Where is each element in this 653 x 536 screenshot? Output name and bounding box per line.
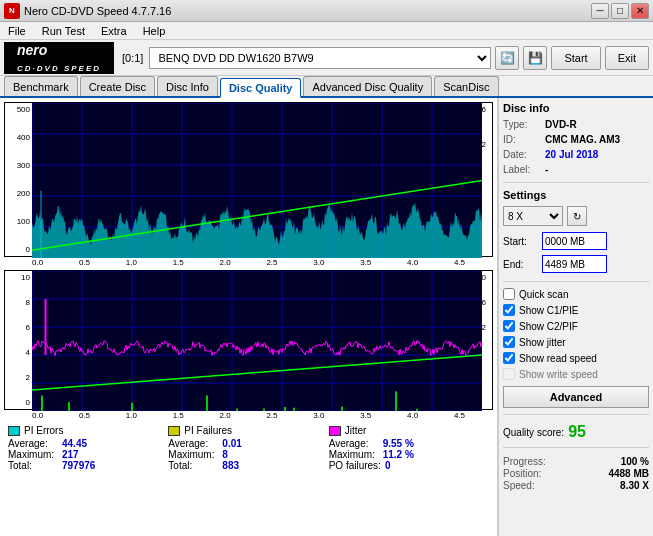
position-label: Position: [503, 468, 541, 479]
tab-benchmark[interactable]: Benchmark [4, 76, 78, 96]
tab-disc-info[interactable]: Disc Info [157, 76, 218, 96]
pi-errors-total-label: Total: [8, 460, 58, 471]
app-logo: neroCD·DVD SPEED [4, 42, 114, 74]
po-failures-label: PO failures: [329, 460, 381, 471]
pi-errors-avg-label: Average: [8, 438, 58, 449]
bottom-x-axis: 0.00.51.01.52.02.53.03.54.04.5 [4, 410, 493, 421]
charts-area: 5004003002001000 1612840 0.00.51.01.52.0… [0, 98, 498, 536]
jitter-label: Jitter [345, 425, 367, 436]
close-button[interactable]: ✕ [631, 3, 649, 19]
top-x-axis: 0.00.51.01.52.02.53.03.54.04.5 [4, 257, 493, 268]
show-write-speed-row: Show write speed [503, 368, 649, 380]
menu-help[interactable]: Help [139, 24, 170, 38]
show-jitter-checkbox[interactable] [503, 336, 515, 348]
start-input[interactable] [542, 232, 607, 250]
jitter-legend: Jitter Average: 9.55 % Maximum: 11.2 % P… [329, 425, 489, 471]
pi-errors-max: 217 [62, 449, 112, 460]
id-value: CMC MAG. AM3 [545, 134, 620, 145]
drive-selector[interactable]: BENQ DVD DD DW1620 B7W9 [149, 47, 491, 69]
show-read-speed-label: Show read speed [519, 353, 597, 364]
jitter-avg: 9.55 % [383, 438, 433, 449]
pi-failures-total: 883 [222, 460, 272, 471]
id-label: ID: [503, 134, 543, 145]
quick-scan-checkbox[interactable] [503, 288, 515, 300]
pi-errors-max-label: Maximum: [8, 449, 58, 460]
divider-3 [503, 414, 649, 415]
pi-errors-label: PI Errors [24, 425, 63, 436]
main-content: 5004003002001000 1612840 0.00.51.01.52.0… [0, 98, 653, 536]
show-write-speed-label: Show write speed [519, 369, 598, 380]
pi-failures-avg-label: Average: [168, 438, 218, 449]
progress-value: 100 % [621, 456, 649, 467]
speed-refresh-button[interactable]: ↻ [567, 206, 587, 226]
legend-area: PI Errors Average: 44.45 Maximum: 217 To… [4, 421, 493, 473]
show-c1-pie-row[interactable]: Show C1/PIE [503, 304, 649, 316]
pi-errors-total: 797976 [62, 460, 112, 471]
settings-title: Settings [503, 189, 649, 201]
start-row: Start: [503, 232, 649, 250]
tab-bar: Benchmark Create Disc Disc Info Disc Qua… [0, 76, 653, 98]
window-controls: ─ □ ✕ [591, 3, 649, 19]
top-y-axis-left: 5004003002001000 [4, 102, 32, 257]
end-row: End: [503, 255, 649, 273]
quality-score-row: Quality score: 95 [503, 423, 649, 441]
pi-errors-legend: PI Errors Average: 44.45 Maximum: 217 To… [8, 425, 168, 471]
bottom-y-axis-left: 1086420 [4, 270, 32, 410]
pi-errors-avg: 44.45 [62, 438, 112, 449]
pi-failures-max: 8 [222, 449, 272, 460]
position-value: 4488 MB [608, 468, 649, 479]
quick-scan-row[interactable]: Quick scan [503, 288, 649, 300]
menu-bar: File Run Test Extra Help [0, 22, 653, 40]
start-button[interactable]: Start [551, 46, 600, 70]
jitter-max: 11.2 % [383, 449, 433, 460]
pi-failures-label: PI Failures [184, 425, 232, 436]
pi-failures-color [168, 426, 180, 436]
minimize-button[interactable]: ─ [591, 3, 609, 19]
menu-file[interactable]: File [4, 24, 30, 38]
show-c2-pif-row[interactable]: Show C2/PIF [503, 320, 649, 332]
divider-4 [503, 447, 649, 448]
quality-score-value: 95 [568, 423, 586, 441]
show-read-speed-row[interactable]: Show read speed [503, 352, 649, 364]
toolbar: neroCD·DVD SPEED [0:1] BENQ DVD DD DW162… [0, 40, 653, 76]
maximize-button[interactable]: □ [611, 3, 629, 19]
show-read-speed-checkbox[interactable] [503, 352, 515, 364]
tab-disc-quality[interactable]: Disc Quality [220, 78, 302, 98]
tab-scan-disc[interactable]: ScanDisc [434, 76, 498, 96]
end-input[interactable] [542, 255, 607, 273]
speed-selector[interactable]: 8 X Maximum 4 X 2 X 1 X [503, 206, 563, 226]
pi-failures-total-label: Total: [168, 460, 218, 471]
po-failures-value: 0 [385, 460, 435, 471]
exit-button[interactable]: Exit [605, 46, 649, 70]
jitter-color [329, 426, 341, 436]
divider-2 [503, 281, 649, 282]
disc-label-value: - [545, 164, 548, 175]
drive-label: [0:1] [122, 52, 143, 64]
show-jitter-row[interactable]: Show jitter [503, 336, 649, 348]
menu-run-test[interactable]: Run Test [38, 24, 89, 38]
menu-extra[interactable]: Extra [97, 24, 131, 38]
right-panel: Disc info Type: DVD-R ID: CMC MAG. AM3 D… [498, 98, 653, 536]
divider-1 [503, 182, 649, 183]
progress-label: Progress: [503, 456, 546, 467]
quality-score-label: Quality score: [503, 427, 564, 438]
show-c1-pie-checkbox[interactable] [503, 304, 515, 316]
speed-label: Speed: [503, 480, 535, 491]
tab-advanced-disc-quality[interactable]: Advanced Disc Quality [303, 76, 432, 96]
disc-info-title: Disc info [503, 102, 649, 114]
type-value: DVD-R [545, 119, 577, 130]
type-label: Type: [503, 119, 543, 130]
pi-failures-avg: 0.01 [222, 438, 272, 449]
advanced-button[interactable]: Advanced [503, 386, 649, 408]
progress-section: Progress: 100 % Position: 4488 MB Speed:… [503, 456, 649, 492]
date-value: 20 Jul 2018 [545, 149, 598, 160]
show-c2-pif-checkbox[interactable] [503, 320, 515, 332]
title-bar-text: Nero CD-DVD Speed 4.7.7.16 [24, 5, 171, 17]
logo-text: neroCD·DVD SPEED [17, 42, 101, 74]
refresh-icon[interactable]: 🔄 [495, 46, 519, 70]
tab-create-disc[interactable]: Create Disc [80, 76, 155, 96]
pi-errors-color [8, 426, 20, 436]
save-icon[interactable]: 💾 [523, 46, 547, 70]
pi-failures-max-label: Maximum: [168, 449, 218, 460]
app-icon: N [4, 3, 20, 19]
